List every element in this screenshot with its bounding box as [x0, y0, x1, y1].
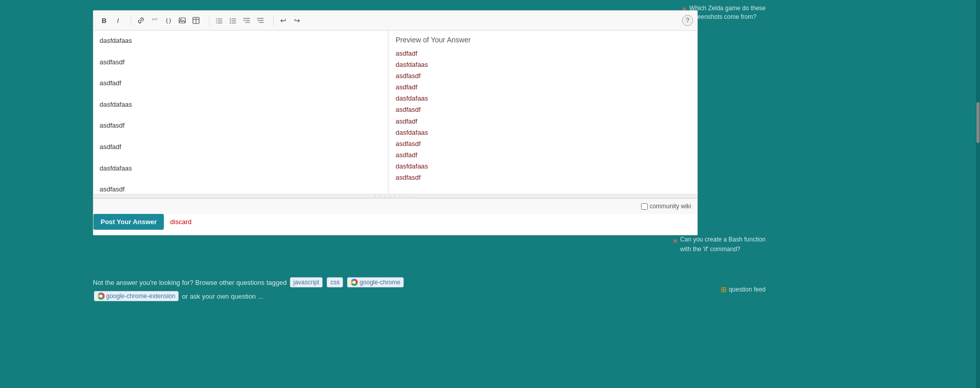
resize-dots: · · · · · · · · ·	[375, 193, 416, 199]
bash-link-sub[interactable]: with the 'if' command?	[680, 246, 741, 253]
preview-line: dasfdafaas	[396, 93, 690, 104]
svg-point-1	[180, 19, 181, 20]
not-answer-section-row2: google-chrome-extension or ask your own …	[93, 290, 263, 302]
preview-line: dasfdafaas	[396, 127, 690, 138]
preview-line: asdfasdf	[396, 104, 690, 115]
community-wiki-checkbox[interactable]	[641, 203, 648, 210]
help-button[interactable]: ?	[682, 15, 693, 26]
preview-panel: Preview of Your Answer asdfadf dasfdafaa…	[388, 31, 697, 194]
bold-button[interactable]: B	[97, 14, 111, 27]
preview-line: dasfdafaas	[396, 59, 690, 70]
svg-rect-0	[179, 18, 185, 23]
svg-point-15	[230, 20, 231, 21]
preview-line: asdfadf	[396, 82, 690, 93]
toolbar-divider-1	[131, 15, 131, 26]
sidebar-right: ✳ Can you create a Bash function with th…	[672, 235, 766, 257]
editor-container: B I “” {}	[93, 10, 698, 235]
page-scrollbar[interactable]	[976, 0, 980, 388]
italic-button[interactable]: I	[111, 14, 125, 27]
toolbar-divider-3	[273, 15, 274, 26]
preview-line: asdfadf	[396, 116, 690, 127]
or-text: or	[182, 293, 188, 300]
history-group: ↩ ↪	[277, 14, 304, 27]
preview-line: asdfasdf	[396, 70, 690, 82]
markdown-editor-panel: dasfdafaas asdfasdf asdfadf dasfdafaas a…	[93, 31, 388, 194]
redo-button[interactable]: ↪	[290, 14, 304, 27]
preview-line: dasfdafaas	[396, 161, 690, 172]
action-bar: Post Your Answer discard	[93, 214, 697, 235]
link-button[interactable]	[134, 14, 148, 27]
preview-title: Preview of Your Answer	[396, 36, 690, 44]
table-button[interactable]	[189, 14, 203, 27]
undo-button[interactable]: ↩	[277, 14, 290, 27]
preview-line: asdfasdf	[396, 138, 690, 150]
ask-link-suffix: ...	[258, 293, 263, 300]
post-answer-button[interactable]: Post Your Answer	[93, 214, 164, 230]
discard-link[interactable]: discard	[170, 218, 191, 226]
asterisk-icon-2: ✳	[672, 235, 678, 247]
scrollbar-thumb[interactable]	[976, 102, 979, 143]
not-answer-section: Not the answer you're looking for? Brows…	[93, 276, 405, 288]
outdent-button[interactable]	[254, 14, 267, 27]
blockquote-button[interactable]: “”	[148, 14, 161, 27]
tag-google-chrome-extension[interactable]: google-chrome-extension	[94, 291, 179, 301]
editor-toolbar: B I “” {}	[93, 11, 697, 31]
svg-point-16	[230, 22, 231, 23]
zelda-link[interactable]: Which Zelda game do these	[690, 5, 766, 12]
insert-group: “” {}	[134, 14, 203, 27]
feed-icon: ⊞	[721, 285, 727, 294]
chrome-ext-icon	[97, 293, 105, 300]
zelda-link-sub[interactable]: screenshots come from?	[690, 13, 756, 20]
community-wiki-label[interactable]: community wiki	[641, 203, 691, 210]
ordered-list-button[interactable]: 1. 2. 3.	[212, 14, 226, 27]
preview-line: asdfadf	[396, 150, 690, 161]
tag-google-chrome[interactable]: google-chrome	[347, 277, 404, 287]
question-feed-link[interactable]: question feed	[729, 286, 766, 293]
chrome-icon	[351, 279, 358, 286]
preview-line: asdfasdf	[396, 172, 690, 183]
bottom-bar: community wiki	[93, 198, 697, 214]
svg-point-14	[230, 18, 231, 19]
list-group: 1. 2. 3.	[212, 14, 267, 27]
tag-css[interactable]: css	[327, 277, 343, 287]
editor-panels: dasfdafaas asdfasdf asdfadf dasfdafaas a…	[93, 31, 697, 194]
community-wiki-text: community wiki	[650, 203, 691, 210]
preview-line: asdfadf	[396, 48, 690, 59]
ask-own-question-link[interactable]: ask your own question	[190, 293, 256, 300]
tag-javascript[interactable]: javascript	[290, 277, 323, 287]
not-answer-text: Not the answer you're looking for? Brows…	[93, 279, 287, 286]
code-button[interactable]: {}	[162, 14, 175, 27]
preview-content: asdfadf dasfdafaas asdfasdf asdfadf dasf…	[396, 48, 690, 183]
bash-link[interactable]: Can you create a Bash function	[680, 236, 766, 243]
image-button[interactable]	[176, 14, 189, 27]
unordered-list-button[interactable]	[226, 14, 239, 27]
question-feed: ⊞ question feed	[721, 285, 766, 294]
resize-handle[interactable]: · · · · · · · · ·	[93, 194, 697, 198]
markdown-editor-textarea[interactable]: dasfdafaas asdfasdf asdfadf dasfdafaas a…	[93, 31, 388, 194]
format-group: B I	[97, 14, 125, 27]
toolbar-divider-2	[209, 15, 209, 26]
svg-text:3.: 3.	[216, 21, 217, 23]
indent-button[interactable]	[240, 14, 253, 27]
